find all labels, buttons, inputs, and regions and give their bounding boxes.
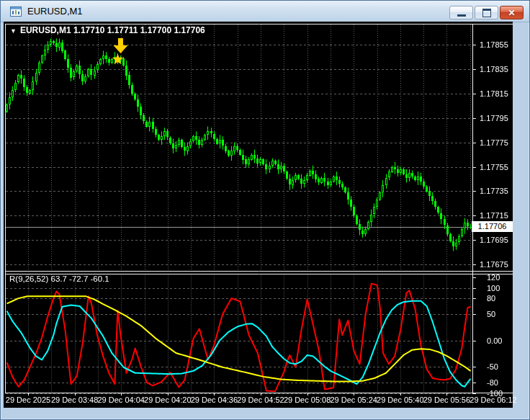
price-tick-label: 1.17775 (480, 138, 508, 148)
chevron-down-icon: ▼ (10, 27, 17, 35)
indicator-tick-label: 100 (487, 283, 500, 293)
price-tick-label: 1.17735 (480, 186, 508, 196)
time-axis-label: 29 Dec 04:52 (237, 395, 284, 405)
time-axis-label: 29 Dec 05:08 (284, 395, 331, 405)
time-axis-label: 29 Dec 05:24 (330, 395, 377, 405)
indicator-tick-label: -80 (487, 377, 498, 388)
chart-client-area: ▼EURUSD,M1 1.17710 1.17711 1.17700 1.177… (4, 22, 513, 408)
indicator-tick-label: -50 (487, 362, 498, 372)
price-tick-label: 1.17755 (480, 162, 508, 172)
time-scale[interactable]: 29 Dec 202529 Dec 03:4829 Dec 04:0429 De… (4, 393, 513, 408)
time-axis-label: 29 Dec 2025 (6, 395, 50, 405)
price-tick-label: 1.17835 (480, 64, 508, 74)
time-axis-label: 29 Dec 06:12 (470, 395, 516, 405)
time-axis-label: 29 Dec 03:48 (51, 395, 98, 405)
panel-splitter[interactable] (4, 269, 513, 274)
time-axis-label: 29 Dec 04:36 (191, 395, 238, 405)
indicator-values-label: R(9,26,52) 63.7 -72.7 -60.1 (9, 274, 109, 283)
maximize-button[interactable] (475, 6, 498, 19)
current-price-badge: 1.17706 (472, 221, 513, 232)
price-tick-label: 1.17695 (480, 235, 508, 245)
symbol-ohlc-line: ▼EURUSD,M1 1.17710 1.17711 1.17700 1.177… (10, 25, 205, 35)
price-tick-label: 1.17815 (480, 89, 508, 99)
price-scale[interactable]: 1.178551.178351.178151.177951.177751.177… (472, 24, 513, 271)
indicator-tick-label: 50 (487, 309, 495, 319)
minimize-icon (457, 14, 466, 17)
time-axis-label: 29 Dec 05:40 (377, 395, 423, 405)
close-button[interactable]: ✕ (500, 6, 524, 19)
close-icon: ✕ (508, 9, 515, 17)
window-title: EURUSD,M1 (27, 1, 83, 22)
time-axis-label: 29 Dec 04:04 (97, 395, 144, 405)
ohlc-text: EURUSD,M1 1.17710 1.17711 1.17700 1.1770… (20, 25, 205, 35)
indicator-tick-label: 80 (487, 293, 495, 303)
title-bar[interactable]: EURUSD,M1 ✕ (1, 1, 529, 22)
price-chart-canvas[interactable] (4, 22, 513, 408)
time-axis-label: 29 Dec 05:56 (423, 395, 470, 405)
chart-window: EURUSD,M1 ✕ ▼EURUSD,M1 1.17710 1.17711 1… (0, 0, 530, 420)
price-tick-label: 1.17855 (480, 40, 508, 50)
indicator-tick-label: 0.00 (487, 336, 502, 346)
window-controls: ✕ (449, 6, 524, 19)
price-tick-label: 1.17715 (480, 210, 508, 220)
chart-window-icon[interactable] (10, 6, 22, 17)
price-tick-label: 1.17795 (480, 113, 508, 123)
price-tick-label: 1.17675 (480, 259, 508, 269)
minimize-button[interactable] (449, 6, 473, 19)
maximize-icon (482, 9, 491, 17)
indicator-scale[interactable]: 12010080500.00-50-80-100 (472, 273, 513, 393)
time-axis-label: 29 Dec 04:20 (144, 395, 191, 405)
